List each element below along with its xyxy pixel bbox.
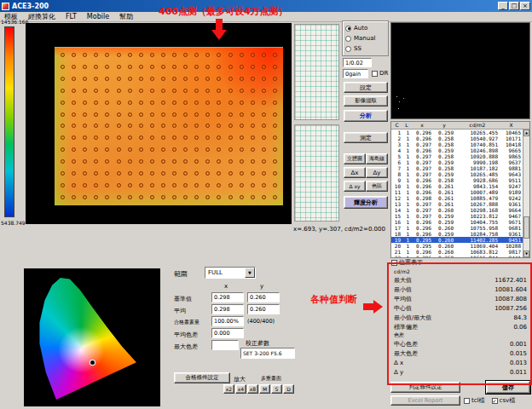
measure-point <box>61 65 65 69</box>
mode-label: Auto <box>354 25 367 32</box>
table-row[interactable]: 1310.2970.26110267.8889361 <box>391 201 523 207</box>
measure-button[interactable]: 測定 <box>344 132 388 143</box>
annotation-right-arrow-icon <box>363 300 383 314</box>
contour-view-button[interactable]: 海島線 <box>366 153 388 164</box>
luminance-analysis-button[interactable]: 輝度分析 <box>344 196 388 209</box>
exposure-field[interactable]: 1/0.02 <box>343 58 372 67</box>
mode-radio-auto[interactable]: Auto <box>345 25 385 32</box>
measure-point <box>172 101 176 105</box>
max-color-diff-field <box>211 340 239 350</box>
stereo-view-button[interactable]: 立體圖 <box>344 153 366 164</box>
mode-radio-manual[interactable]: Manual <box>345 35 385 42</box>
measure-point <box>117 65 121 69</box>
measure-point <box>205 65 210 69</box>
measure-point <box>183 195 188 199</box>
menu-item-4[interactable]: 幫助 <box>119 12 133 21</box>
calibration-field[interactable]: SET 3-200 F5.6 <box>240 348 295 359</box>
tcl-file-checkbox[interactable]: tcl檔 <box>464 396 485 405</box>
luminance-heatmap[interactable] <box>55 47 283 205</box>
measure-point <box>72 124 76 128</box>
scroll-down-icon[interactable]: ▼ <box>523 251 529 257</box>
image-capture-button[interactable]: 影像擷取 <box>344 95 388 107</box>
delta-x-button[interactable]: Δx <box>344 167 366 178</box>
table-row[interactable]: 210.2960.25810540.92710171 <box>391 135 523 141</box>
measure-point <box>183 147 188 152</box>
table-scrollbar[interactable]: ▲ ▼ <box>523 130 529 257</box>
measure-point <box>228 171 233 176</box>
table-cell: 1 <box>402 141 411 147</box>
analyze-button[interactable]: 分析 <box>344 110 388 122</box>
table-row[interactable]: 1610.2960.25910404.7559671 <box>391 219 523 225</box>
menu-item-2[interactable]: FLT <box>66 13 77 20</box>
measure-point <box>139 124 143 128</box>
chevron-down-icon[interactable]: ▼ <box>245 268 255 278</box>
table-cell: 0.296 <box>411 135 433 141</box>
maximize-button[interactable]: □ <box>509 2 519 10</box>
gain-field[interactable]: 0gain <box>343 69 368 78</box>
excel-report-button[interactable]: Excel Report <box>390 395 460 406</box>
measure-point <box>61 101 65 105</box>
delta-y-button[interactable]: Δy <box>366 167 388 178</box>
dr-checkbox[interactable]: DR <box>372 70 388 77</box>
measure-point <box>105 147 109 152</box>
scrollbar-thumb[interactable] <box>523 216 529 239</box>
zoom-x8-button[interactable]: x8 <box>247 384 258 394</box>
mode-radio-ss[interactable]: SS <box>345 45 385 52</box>
reference-x-field[interactable]: 0.298 <box>211 292 244 302</box>
table-row[interactable]: 2010.2950.26011069.40410288 <box>391 243 523 249</box>
measure-point <box>183 77 188 81</box>
table-row[interactable]: 110.2960.25910265.45510465 <box>391 130 523 135</box>
csv-file-checkbox[interactable]: ✓csv檔 <box>492 396 516 405</box>
table-cell: 0.259 <box>433 219 455 225</box>
zoom-x4-button[interactable]: x4 <box>235 384 246 394</box>
table-row[interactable]: 1410.2970.26010298.1689664 <box>391 207 523 213</box>
menu-item-1[interactable]: 經換算化 <box>28 12 55 21</box>
measure-point <box>117 183 121 187</box>
setting-button[interactable]: 設定 <box>344 82 388 93</box>
table-row[interactable]: 1210.2980.26110885.4799242 <box>391 195 523 201</box>
zoom-x2-button[interactable]: x2 <box>223 384 234 394</box>
measure-point <box>262 89 266 93</box>
table-row[interactable]: 2110.2960.26010683.8129817 <box>391 249 523 255</box>
table-row[interactable]: 910.2960.2589928.6869511 <box>391 177 523 183</box>
table-row[interactable]: 510.2970.25810920.8889865 <box>391 153 523 159</box>
measure-point <box>139 195 143 199</box>
table-row[interactable]: 810.2970.25910265.4859643 <box>391 171 523 177</box>
measure-point <box>217 159 221 164</box>
multi-m-button[interactable]: M <box>259 384 270 394</box>
table-row[interactable]: 1510.2970.25910223.8129467 <box>391 213 523 219</box>
table-cell: 0.261 <box>433 183 455 189</box>
table-cell: 11402.285 <box>455 237 500 243</box>
close-button[interactable]: × <box>520 2 530 10</box>
range-dropdown[interactable]: FULL ▼ <box>205 267 256 279</box>
table-row[interactable]: 1910.2950.26011402.2859451 <box>391 237 523 243</box>
save-button[interactable]: 儲存 <box>486 381 530 394</box>
reference-y-field[interactable]: 0.260 <box>247 292 280 302</box>
calibration-label: 校正參數 <box>246 339 269 348</box>
table-row[interactable]: 710.2970.25810187.1829881 <box>391 165 523 171</box>
measure-point <box>183 65 188 69</box>
pass-condition-button[interactable]: 合格條件設定 <box>174 372 230 383</box>
delta-xy-button[interactable]: Δ xy <box>344 181 366 192</box>
measurement-table-body[interactable]: 110.2960.25910265.45510465210.2960.25810… <box>391 130 523 257</box>
minimize-button[interactable]: _ <box>498 2 508 10</box>
measure-point <box>94 112 98 117</box>
measure-point <box>72 135 76 140</box>
scroll-up-icon[interactable]: ▲ <box>523 130 529 136</box>
table-row[interactable]: 610.2970.2599990.1989637 <box>391 159 523 165</box>
judge-condition-button[interactable]: 判定條件設定 <box>390 382 460 393</box>
table-row[interactable]: 1710.2960.26010755.9589681 <box>391 225 523 231</box>
table-row[interactable]: 410.2960.25910246.8989665 <box>391 147 523 153</box>
measure-point <box>240 195 244 199</box>
color-zone-button[interactable]: 色區 <box>366 181 388 192</box>
measure-point <box>139 77 143 81</box>
table-row[interactable]: 1110.2960.26110007.4899189 <box>391 189 523 195</box>
multi-s-button[interactable]: S <box>271 384 282 394</box>
multi-d-button[interactable]: D <box>283 384 294 394</box>
table-row[interactable]: 310.2970.25810740.85110418 <box>391 141 523 147</box>
menu-item-3[interactable]: Mobile <box>87 13 109 20</box>
table-row[interactable]: 2210.2960.26010615.8449441 <box>391 255 523 257</box>
mode-label: SS <box>354 45 361 52</box>
table-row[interactable]: 1810.2960.25910284.7589361 <box>391 231 523 237</box>
table-row[interactable]: 1010.2960.2619843.1549247 <box>391 183 523 189</box>
